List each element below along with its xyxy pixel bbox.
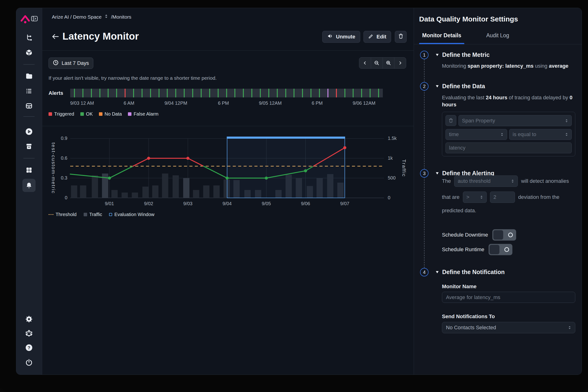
date-range-hint: If your alert isn't visible, try narrowi… [48,75,217,81]
cube-icon[interactable] [25,49,33,56]
graphql-icon[interactable] [25,330,33,337]
arize-logo-icon[interactable] [19,13,31,24]
alert-tick-ok[interactable] [234,89,235,98]
alert-tick-ok[interactable] [201,89,202,98]
contacts-select[interactable]: No Contacts Selected [442,322,575,333]
schedule-downtime-toggle[interactable] [492,229,516,240]
operator-select[interactable]: is equal to [509,129,572,140]
back-button[interactable] [51,33,60,40]
collapse-triangle-icon [436,54,439,56]
settings-gear-icon[interactable] [25,315,33,323]
alert-tick-ok[interactable] [226,89,227,98]
field-select[interactable]: time [445,129,507,140]
alert-tick-ok[interactable] [167,89,168,98]
zoom-out-button[interactable] [371,58,383,68]
x-tick-label: 9/01 [105,201,114,206]
alert-tick-ok[interactable] [91,89,92,98]
step-2-heading[interactable]: Define the Data [436,83,485,90]
threshold-mode-select[interactable]: auto threshold [454,176,518,187]
filter-trash-button[interactable] [445,115,456,126]
zoom-in-button[interactable] [383,58,394,68]
alert-tick-ok[interactable] [268,89,269,98]
legend-item-evaluation-window[interactable]: Evaluation Window [109,212,154,217]
play-circle-icon[interactable] [25,128,33,136]
alert-tick-ok[interactable] [361,89,362,98]
trash-icon [398,33,404,40]
pan-left-button[interactable] [359,58,371,68]
list-icon[interactable] [25,87,33,95]
deviation-input[interactable]: 2 [490,192,515,203]
alert-tick-ok[interactable] [99,89,100,98]
grid-icon[interactable] [25,166,33,174]
alert-tick-ok[interactable] [108,89,109,98]
alert-tick-ok[interactable] [192,89,193,98]
alert-tick-ok[interactable] [74,89,75,98]
traffic-bar [111,190,118,198]
alert-tick-ok[interactable] [159,89,160,98]
alert-tick-ok[interactable] [251,89,252,98]
section-divider [42,126,414,126]
delete-button[interactable] [395,31,406,43]
alert-tick-ok[interactable] [319,89,320,98]
legend-item-traffic[interactable]: Traffic [84,212,102,217]
alert-tick-ok[interactable] [82,89,83,98]
comparator-select[interactable]: > [463,192,487,203]
monitor-name-input[interactable]: Average for latency_ms [442,292,575,303]
alert-tick-ok[interactable] [311,89,311,98]
model-tree-icon[interactable] [25,34,33,41]
alert-tick-triggered[interactable] [336,89,337,98]
alert-tick-ok[interactable] [277,89,278,98]
alert-tick-ok[interactable] [285,89,286,98]
select-arrows-icon [565,119,568,123]
alert-tick-ok[interactable] [116,89,117,98]
traffic-bar [80,186,86,198]
alert-tick-ok[interactable] [133,89,134,98]
tab-audit-log[interactable]: Audit Log [486,32,509,39]
alert-tick-ok[interactable] [370,89,371,98]
collapse-triangle-icon [436,85,439,88]
metric-chart[interactable] [70,138,384,198]
alert-tick-ok[interactable] [302,89,303,98]
legend-item-threshold[interactable]: Threshold [48,212,77,217]
breadcrumb-space[interactable]: Arize AI / Demo Space [52,14,102,20]
power-icon[interactable] [25,358,33,366]
date-range-button[interactable]: Last 7 Days [48,58,93,69]
alert-tick-ok[interactable] [344,89,345,98]
pan-right-button[interactable] [394,58,406,68]
breadcrumb-section[interactable]: /Monitors [111,14,131,20]
space-switcher-icon[interactable] [104,14,108,20]
traffic-bar [122,192,128,198]
alert-tick-ok[interactable] [209,89,210,98]
alert-tick-ok[interactable] [378,89,379,98]
folder-icon[interactable] [25,72,33,80]
breadcrumb: Arize AI / Demo Space /Monitors [52,14,131,20]
drawer-icon[interactable] [25,102,33,110]
clock-icon [53,60,59,67]
step-4-badge: 4 [420,268,428,276]
step-4-heading[interactable]: Define the Notification [436,269,505,276]
help-icon[interactable]: ? [25,344,33,352]
alert-tick-ok[interactable] [184,89,185,98]
property-select[interactable]: Span Property [458,115,572,126]
alert-tick-ok[interactable] [260,89,261,98]
alert-tick-ok[interactable] [142,89,143,98]
sidebar-divider [23,116,35,117]
alerts-timeline[interactable] [70,89,383,98]
collapse-panel-icon[interactable] [31,16,38,22]
alert-tick-false-alarm[interactable] [327,89,328,98]
edit-button[interactable]: Edit [364,31,391,43]
alert-tick-ok[interactable] [243,89,244,98]
alert-tick-ok[interactable] [353,89,354,98]
filter-value-input[interactable]: latency [445,142,572,153]
schedule-runtime-toggle[interactable] [489,244,512,255]
alert-tick-triggered[interactable] [125,89,126,98]
alert-tick-ok[interactable] [294,89,294,98]
unmute-button[interactable]: Unmute [322,31,360,43]
archive-box-icon[interactable] [25,143,33,150]
alert-tick-ok[interactable] [150,89,151,98]
tab-monitor-details[interactable]: Monitor Details [422,32,461,39]
step-1-heading[interactable]: Define the Metric [436,52,490,58]
alerts-bell-icon[interactable] [25,182,33,189]
alert-tick-ok[interactable] [175,89,176,98]
alert-tick-ok[interactable] [218,89,219,98]
